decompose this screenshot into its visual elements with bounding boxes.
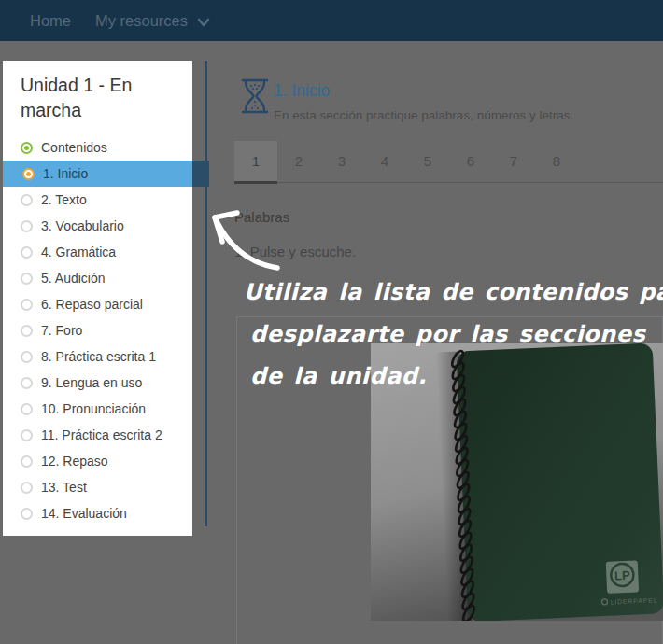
page-tab-7[interactable]: 7 xyxy=(492,141,535,182)
item-label: 4. Gramática xyxy=(41,245,116,259)
radio-icon xyxy=(21,482,33,494)
item-label: 3. Vocabulario xyxy=(41,218,124,233)
sidebar-item-practica-escrita-2[interactable]: 11. Práctica escrita 2 xyxy=(21,422,192,448)
page-tab-6[interactable]: 6 xyxy=(449,141,492,182)
sidebar-item-repaso-parcial[interactable]: 6. Repaso parcial xyxy=(21,291,192,317)
hourglass-icon xyxy=(238,77,272,115)
item-label: 1. Inicio xyxy=(43,166,88,181)
tip-line-2: desplazarte por las secciones xyxy=(250,314,663,356)
page-tab-4[interactable]: 4 xyxy=(363,141,406,182)
radio-icon xyxy=(21,273,33,285)
selected-row-dimmed-stub xyxy=(192,161,209,187)
radio-done-icon xyxy=(21,142,33,154)
radio-icon xyxy=(21,377,33,389)
item-label: Contenidos xyxy=(41,140,107,155)
radio-active-icon xyxy=(22,168,35,180)
page-tab-2[interactable]: 2 xyxy=(277,141,320,182)
pagination-tabs: 1 2 3 4 5 6 7 8 xyxy=(234,141,578,182)
top-navbar: Home My resources xyxy=(0,0,663,41)
sidebar-item-pronunciacion[interactable]: 10. Pronunciación xyxy=(21,396,192,422)
sidebar-item-gramatica[interactable]: 4. Gramática xyxy=(21,239,192,265)
section-description: En esta sección practique palabras, núme… xyxy=(274,108,573,122)
tip-line-1: Utiliza la lista de contenidos para xyxy=(244,272,663,314)
sidebar-item-practica-escrita-1[interactable]: 8. Práctica escrita 1 xyxy=(21,343,192,370)
screen: Home My resources 1. Inicio En esta secc… xyxy=(0,0,663,644)
contents-list: Contenidos 1. Inicio 2. Texto 3. Vocabul… xyxy=(21,134,192,526)
item-label: 11. Práctica escrita 2 xyxy=(41,427,162,442)
item-label: 2. Texto xyxy=(41,192,87,207)
sidebar-item-texto[interactable]: 2. Texto xyxy=(21,187,192,213)
tour-tip-text: Utiliza la lista de contenidos para desp… xyxy=(244,272,663,398)
radio-icon xyxy=(21,299,33,311)
radio-icon xyxy=(21,246,33,259)
nav-home[interactable]: Home xyxy=(30,12,71,30)
radio-icon xyxy=(21,194,33,206)
sidebar-border-line xyxy=(205,61,207,526)
sidebar-item-lengua-en-uso[interactable]: 9. Lengua en uso xyxy=(21,370,192,396)
page-tab-8[interactable]: 8 xyxy=(535,141,578,182)
sidebar-item-foro[interactable]: 7. Foro xyxy=(21,317,192,343)
nav-my-resources-label: My resources xyxy=(95,12,188,30)
page-tab-5[interactable]: 5 xyxy=(406,141,449,182)
item-label: 12. Repaso xyxy=(41,454,108,469)
active-tab-underline xyxy=(234,181,277,184)
item-label: 10. Pronunciación xyxy=(41,401,146,416)
unit-contents-panel: Unidad 1 - En marcha Contenidos 1. Inici… xyxy=(3,61,192,536)
nav-my-resources[interactable]: My resources xyxy=(95,12,210,30)
chevron-down-icon xyxy=(197,18,210,27)
item-label: 9. Lengua en uso xyxy=(41,375,142,390)
svg-text:LP: LP xyxy=(614,568,631,583)
item-label: 7. Foro xyxy=(41,323,82,338)
tip-line-3: de la unidad. xyxy=(250,356,663,398)
page-tab-1[interactable]: 1 xyxy=(234,141,277,182)
sidebar-item-inicio[interactable]: 1. Inicio xyxy=(3,161,192,187)
radio-icon xyxy=(21,325,33,337)
sidebar-item-repaso[interactable]: 12. Repaso xyxy=(21,448,192,474)
radio-icon xyxy=(21,455,33,468)
sidebar-item-test[interactable]: 13. Test xyxy=(21,474,192,500)
unit-title: Unidad 1 - En marcha xyxy=(21,73,165,123)
sidebar-item-audicion[interactable]: 5. Audición xyxy=(21,265,192,291)
radio-icon xyxy=(21,351,33,363)
sidebar-item-vocabulario[interactable]: 3. Vocabulario xyxy=(21,213,192,239)
item-label: 5. Audición xyxy=(41,271,106,286)
item-label: 13. Test xyxy=(41,480,87,495)
item-label: 6. Repaso parcial xyxy=(41,297,143,312)
item-label: 8. Práctica escrita 1 xyxy=(41,349,156,364)
page-tab-3[interactable]: 3 xyxy=(320,141,363,182)
sidebar-item-contenidos[interactable]: Contenidos xyxy=(21,134,192,161)
radio-icon xyxy=(21,403,33,415)
radio-icon xyxy=(21,429,33,441)
item-label: 14. Evaluación xyxy=(41,506,127,521)
sidebar-item-evaluacion[interactable]: 14. Evaluación xyxy=(21,500,192,526)
tabs-divider xyxy=(234,182,663,183)
radio-icon xyxy=(21,220,33,232)
tour-arrow-icon xyxy=(196,199,299,283)
radio-icon xyxy=(21,508,33,520)
section-title: 1. Inicio xyxy=(274,81,330,101)
